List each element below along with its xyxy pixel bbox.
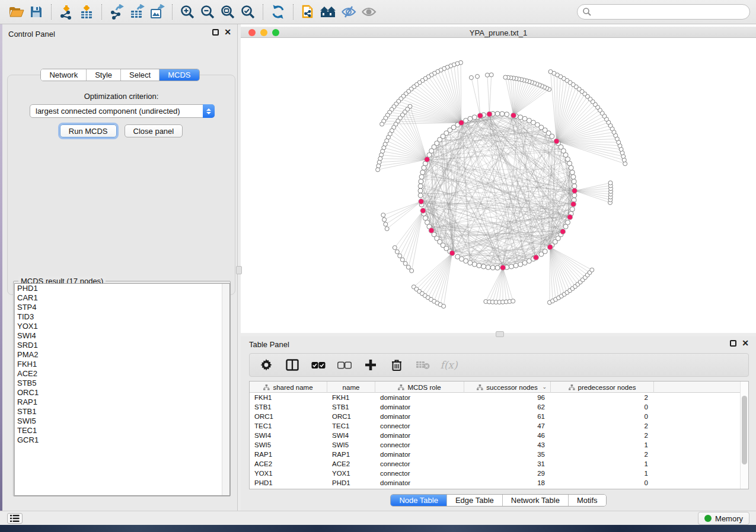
table-row[interactable]: YOX1YOX1connector291: [250, 469, 741, 478]
zoom-in-icon[interactable]: [177, 3, 197, 21]
tab-network[interactable]: Network: [41, 69, 87, 81]
cell-MCDS-role: dominator: [375, 451, 464, 458]
cell-predecessor-nodes: 2: [551, 422, 654, 430]
close-panel-button[interactable]: Close panel: [125, 124, 183, 137]
zoom-selected-icon[interactable]: [238, 3, 258, 21]
mcds-result-item[interactable]: PHD1: [15, 284, 229, 293]
mcds-result-item[interactable]: PMA2: [15, 350, 229, 360]
cell-shared-name: TEC1: [250, 422, 327, 430]
table-row[interactable]: ACE2ACE2connector311: [250, 459, 741, 469]
sort-indicator-icon: ⌄: [542, 384, 547, 390]
network-manager-icon[interactable]: [318, 3, 339, 21]
gear-icon[interactable]: [259, 358, 273, 372]
run-mcds-button[interactable]: Run MCDS: [60, 124, 117, 137]
cell-MCDS-role: connector: [375, 422, 464, 430]
import-network-icon[interactable]: [56, 3, 76, 21]
cell-MCDS-role: dominator: [375, 432, 464, 439]
attribute-type-icon: [263, 384, 270, 390]
zoom-out-icon[interactable]: [197, 3, 218, 21]
control-panel-title: Control Panel: [8, 30, 55, 39]
search-input[interactable]: [592, 6, 749, 18]
export-network-icon[interactable]: [107, 3, 127, 21]
criterion-dropdown[interactable]: largest connected component (undirected): [30, 104, 215, 118]
mcds-result-item[interactable]: FKH1: [15, 360, 229, 369]
column-header-MCDS-role[interactable]: MCDS role: [375, 382, 464, 393]
table-row[interactable]: RAP1RAP1dominator352: [250, 450, 741, 459]
select-all-icon[interactable]: [311, 358, 326, 372]
mcds-result-item[interactable]: STP4: [15, 303, 229, 312]
import-table-icon[interactable]: [76, 3, 97, 21]
search-box[interactable]: [577, 4, 750, 20]
column-header-predecessor-nodes[interactable]: predecessor nodes: [551, 382, 654, 393]
add-column-icon[interactable]: [363, 358, 378, 372]
mcds-result-item[interactable]: TEC1: [15, 426, 229, 435]
float-panel-icon[interactable]: [730, 340, 736, 347]
task-history-button[interactable]: [7, 513, 23, 524]
mcds-result-item[interactable]: CAR1: [15, 293, 229, 303]
mcds-result-item[interactable]: ACE2: [15, 369, 229, 379]
tab-motifs[interactable]: Motifs: [569, 495, 606, 506]
mcds-result-item[interactable]: STB1: [15, 407, 229, 416]
show-eye-icon[interactable]: [359, 3, 379, 21]
column-layout-icon[interactable]: [285, 358, 299, 372]
deselect-all-icon[interactable]: [337, 358, 352, 372]
table-row[interactable]: SWI4SWI4dominator462: [250, 431, 741, 440]
horizontal-splitter[interactable]: [241, 333, 756, 336]
close-panel-icon[interactable]: ✕: [742, 340, 749, 347]
close-panel-icon[interactable]: ✕: [224, 29, 231, 36]
mcds-result-item[interactable]: RAP1: [15, 398, 229, 407]
splitter-grip[interactable]: [496, 331, 504, 337]
delete-column-icon[interactable]: [390, 358, 404, 372]
column-header-successor-nodes[interactable]: successor nodes⌄: [464, 382, 551, 393]
node-table: shared namenameMCDS rolesuccessor nodes⌄…: [249, 381, 749, 489]
tab-node-table[interactable]: Node Table: [391, 495, 447, 506]
float-panel-icon[interactable]: [212, 29, 219, 36]
list-icon: [10, 515, 20, 522]
export-table-icon[interactable]: [127, 3, 147, 21]
scrollbar-thumb[interactable]: [742, 396, 747, 464]
hide-eye-icon[interactable]: [339, 3, 359, 21]
table-row[interactable]: TEC1TEC1connector472: [250, 421, 741, 431]
mcds-result-item[interactable]: GCR1: [15, 435, 229, 445]
column-header-shared-name[interactable]: shared name: [250, 382, 327, 393]
tab-edge-table[interactable]: Edge Table: [447, 495, 503, 506]
save-session-icon[interactable]: [26, 3, 46, 21]
tab-select[interactable]: Select: [121, 69, 160, 81]
cell-predecessor-nodes: 2: [551, 394, 654, 401]
mcds-result-item[interactable]: SRD1: [15, 341, 229, 350]
function-builder-icon[interactable]: f(x): [442, 358, 456, 372]
table-row[interactable]: FKH1FKH1dominator962: [250, 393, 741, 402]
mcds-result-item[interactable]: SWI5: [15, 416, 229, 426]
delete-table-icon[interactable]: [416, 358, 430, 372]
memory-button[interactable]: Memory: [698, 512, 749, 525]
mcds-result-item[interactable]: ORC1: [15, 388, 229, 398]
table-row[interactable]: PHD1PHD1dominator180: [250, 478, 741, 488]
tab-network-table[interactable]: Network Table: [503, 495, 569, 506]
mcds-result-item[interactable]: STB5: [15, 379, 229, 388]
column-header-name[interactable]: name: [327, 382, 375, 393]
tab-mcds[interactable]: MCDS: [160, 69, 199, 81]
table-scrollbar[interactable]: [740, 382, 748, 489]
share-document-icon[interactable]: [298, 3, 318, 21]
mcds-result-item[interactable]: SWI4: [15, 331, 229, 341]
zoom-fit-icon[interactable]: [218, 3, 238, 21]
open-file-icon[interactable]: [6, 3, 26, 21]
mcds-result-item[interactable]: YOX1: [15, 322, 229, 331]
toolbar-separator: [172, 4, 173, 20]
cell-predecessor-nodes: 2: [551, 432, 654, 439]
refresh-icon[interactable]: [268, 3, 288, 21]
network-graph[interactable]: [241, 38, 756, 333]
tab-style[interactable]: Style: [87, 69, 121, 81]
vertical-splitter[interactable]: [238, 24, 241, 511]
result-scrollbar[interactable]: [222, 284, 229, 495]
table-row[interactable]: STB1STB1dominator620: [250, 402, 741, 412]
splitter-grip[interactable]: [236, 266, 242, 274]
cell-successor-nodes: 61: [464, 413, 551, 420]
table-row[interactable]: SWI5SWI5connector431: [250, 440, 741, 450]
table-row[interactable]: ORC1ORC1dominator610: [250, 412, 741, 421]
export-image-icon[interactable]: [147, 3, 167, 21]
mcds-result-list[interactable]: PHD1CAR1STP4TID3YOX1SWI4SRD1PMA2FKH1ACE2…: [14, 283, 230, 496]
mcds-result-item[interactable]: TID3: [15, 312, 229, 322]
network-titlebar[interactable]: YPA_prune.txt_1: [241, 27, 756, 38]
network-canvas[interactable]: [241, 38, 756, 333]
